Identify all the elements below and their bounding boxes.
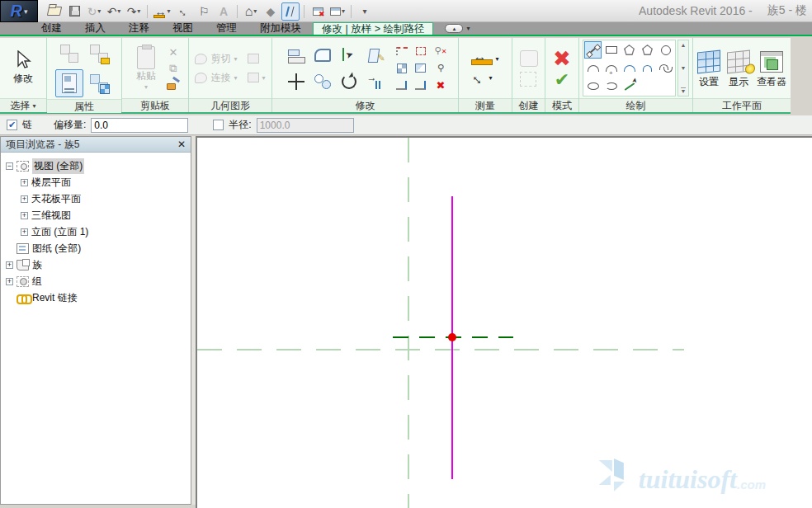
paste-button[interactable]: 粘贴 ▾ [130, 46, 163, 91]
path-point-marker[interactable] [448, 333, 456, 341]
tab-contextual-modify-sweep[interactable]: 修改 | 放样 > 绘制路径 [313, 22, 433, 35]
thin-lines-toggle[interactable] [281, 2, 300, 21]
tree-item-revit-links[interactable]: Revit 链接 [1, 289, 191, 306]
family-category-button[interactable] [85, 40, 113, 68]
expand-expander[interactable]: + [6, 278, 13, 285]
close-hidden-windows-button[interactable]: ✖ [309, 2, 327, 21]
expand-expander[interactable]: + [21, 228, 28, 236]
modify-tool-button[interactable]: 修改 [13, 50, 33, 86]
tree-item-sheets[interactable]: 图纸 (全部) [1, 240, 191, 256]
chevron-down-icon[interactable]: ▾ [466, 25, 470, 32]
radius-checkbox[interactable] [213, 120, 224, 130]
tree-item-floor-plans[interactable]: + 楼层平面 [1, 174, 191, 190]
text-button[interactable]: A [215, 2, 233, 21]
expand-expander[interactable]: + [21, 179, 28, 186]
draw-circle-tool[interactable] [657, 41, 674, 59]
match-type-button[interactable] [166, 78, 181, 91]
measure-between-button[interactable]: ▾ [471, 53, 498, 66]
redo-button[interactable]: ↷▾ [125, 2, 143, 21]
unpin-button[interactable]: ⚲✕ [435, 43, 447, 59]
default-3d-view-button[interactable]: ⌂▾ [242, 2, 260, 21]
move-button[interactable] [284, 69, 309, 94]
draw-fillet-arc-tool[interactable] [639, 59, 656, 77]
open-button[interactable] [45, 2, 64, 21]
save-button[interactable] [65, 2, 83, 21]
draw-rectangle-tool[interactable] [602, 41, 620, 59]
array-button[interactable] [393, 60, 411, 77]
tab-manage[interactable]: 管理 [205, 22, 248, 35]
delete-button[interactable]: ✖ [435, 78, 447, 94]
rotate-button[interactable] [337, 69, 361, 94]
expand-expander[interactable]: + [21, 212, 28, 219]
chain-checkbox[interactable]: ✔ [7, 120, 17, 130]
show-workplane-button[interactable]: 显示 [727, 51, 750, 89]
align-button[interactable] [284, 43, 309, 68]
tree-item-views[interactable]: − 视图 (全部) [1, 158, 191, 174]
section-button[interactable]: ◆ [262, 2, 280, 21]
create-group-button[interactable] [520, 50, 538, 67]
trim-corner-button[interactable] [337, 43, 361, 68]
aligned-dimension-ribbon-button[interactable]: ↔ ▾ [471, 73, 498, 84]
trim-extend-button[interactable] [363, 69, 388, 94]
tree-item-3d-views[interactable]: + 三维视图 [1, 207, 191, 223]
draw-partial-ellipse-tool[interactable] [602, 78, 620, 95]
customize-qat-button[interactable]: ▾ [356, 2, 374, 21]
undo-button[interactable]: ↶▾ [105, 2, 123, 21]
expand-expander[interactable]: + [6, 261, 13, 269]
tree-item-elevations[interactable]: + 立面 (立面 1) [1, 223, 191, 240]
reference-plane-horizontal[interactable] [197, 349, 684, 350]
ribbon-collapse-control[interactable]: ▴ ▾ [445, 22, 470, 35]
pick-lines-tool[interactable] [621, 78, 638, 95]
scroll-up-icon[interactable]: ▲ [681, 42, 687, 48]
draw-arc-start-end-tool[interactable] [584, 59, 602, 77]
tree-item-groups[interactable]: + 组 [1, 273, 191, 289]
workplane-viewer-button[interactable]: 查看器 [757, 51, 786, 89]
draw-spline-tool[interactable] [657, 59, 674, 77]
offset-input[interactable] [91, 118, 188, 133]
tree-item-ceiling-plans[interactable]: + 天花板平面 [1, 190, 191, 207]
sync-button[interactable]: ↻▾ [85, 2, 103, 21]
tree-item-families[interactable]: + 族 [1, 256, 191, 273]
application-menu-button[interactable]: R ▾ [0, 0, 38, 22]
offset-left-button[interactable] [393, 78, 411, 94]
tab-addins[interactable]: 附加模块 [248, 22, 313, 35]
edit-boundary-button[interactable] [412, 43, 430, 59]
join-geometry-button[interactable]: 连接 ▾ ▾ [195, 71, 265, 85]
cut-button[interactable]: ✕ [166, 46, 181, 59]
radius-input[interactable] [257, 118, 354, 133]
draw-circumscribed-polygon-tool[interactable] [639, 41, 656, 59]
tab-view[interactable]: 视图 [161, 22, 205, 35]
drawing-canvas[interactable]: tuituisoft .com [196, 136, 812, 508]
reference-plane-vertical[interactable] [408, 138, 409, 508]
close-icon[interactable]: ✕ [177, 139, 186, 150]
tab-create[interactable]: 创建 [30, 22, 73, 35]
scroll-down-icon[interactable]: ▼ [681, 65, 687, 71]
create-similar-button[interactable] [520, 72, 536, 87]
cope-button[interactable] [310, 43, 335, 68]
split-element-button[interactable] [363, 43, 388, 68]
properties-button[interactable] [55, 69, 83, 97]
offset-right-button[interactable] [412, 78, 430, 94]
draw-arc-tangent-tool[interactable] [621, 59, 638, 77]
draw-ellipse-tool[interactable] [584, 78, 602, 95]
cut-profile-button[interactable] [393, 43, 411, 59]
cancel-edit-mode-button[interactable]: ✖ [553, 48, 571, 69]
tab-annotate[interactable]: 注释 [117, 22, 161, 35]
copy-button[interactable]: ⧉ [166, 62, 181, 75]
aligned-dimension-button[interactable]: ↔ [175, 2, 193, 21]
family-types-button[interactable] [55, 40, 83, 68]
collapse-expander[interactable]: − [6, 162, 13, 170]
gallery-expand-icon[interactable]: ▼ [681, 87, 687, 94]
set-workplane-button[interactable]: 设置 [697, 51, 720, 89]
draw-arc-center-tool[interactable] [602, 59, 620, 77]
finish-edit-mode-button[interactable]: ✔ [555, 71, 569, 89]
family-types-grid-button[interactable] [85, 69, 113, 97]
scale-button[interactable] [412, 60, 430, 77]
tag-button[interactable]: ⚐ [195, 2, 213, 21]
switch-windows-button[interactable]: ▾ [328, 2, 347, 21]
draw-gallery-scrollbar[interactable]: ▲ ▼ ▼ [677, 40, 689, 96]
cut-geometry-button[interactable]: 剪切 ▾ [195, 52, 265, 66]
draw-line-tool[interactable] [584, 41, 602, 59]
collapse-pill-icon[interactable]: ▴ [445, 24, 463, 33]
tab-insert[interactable]: 插入 [73, 22, 117, 35]
